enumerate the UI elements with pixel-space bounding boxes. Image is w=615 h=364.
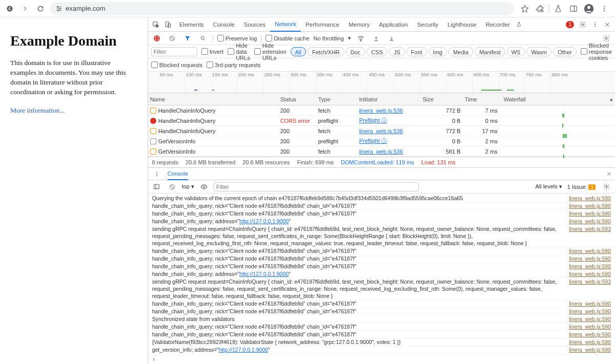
source-link[interactable]: linera_web.js:590	[564, 247, 611, 254]
type-filter-doc[interactable]: Doc	[346, 47, 365, 56]
network-row[interactable]: HandleChainInfoQueryCORS errorpreflightP…	[148, 116, 615, 126]
console-line[interactable]: handle_chain_info_query; nick="Client no…	[148, 308, 615, 315]
source-link[interactable]: linera_web.js:593	[564, 278, 611, 299]
source-link[interactable]: linera_web.js:590	[564, 323, 611, 330]
record-icon[interactable]	[151, 35, 162, 41]
more-icon[interactable]	[589, 22, 601, 28]
type-filter-font[interactable]: Font	[406, 47, 427, 56]
console-line[interactable]: Querying the validators of the current e…	[148, 195, 615, 202]
tab-lighthouse[interactable]: Lighthouse	[443, 17, 481, 32]
upload-icon[interactable]	[371, 35, 382, 41]
console-filter-input[interactable]	[214, 182, 419, 191]
network-row[interactable]: GetVersionInfo200fetchlinera_web.js:5365…	[148, 146, 615, 157]
console-line[interactable]: sending gRPC request request=ChainInfoQu…	[148, 225, 615, 247]
tab-elements[interactable]: Elements	[175, 17, 209, 32]
source-link[interactable]: linera_web.js:590	[564, 195, 611, 202]
console-context[interactable]: top ▾	[182, 183, 194, 190]
network-conditions-icon[interactable]	[355, 35, 366, 42]
filter-input[interactable]	[151, 47, 197, 56]
network-settings-icon[interactable]	[601, 35, 612, 42]
col-status[interactable]: Status	[280, 96, 318, 102]
console-issues[interactable]: 1 Issue: 1	[567, 184, 596, 190]
console-line[interactable]: handle_chain_info_query; address="http:/…	[148, 218, 615, 225]
console-line[interactable]: Synchronized state from validatorslinera…	[148, 315, 615, 323]
type-filter-fetch-xhr[interactable]: Fetch/XHR	[308, 47, 344, 56]
throttling-caret[interactable]: ▾	[348, 35, 351, 41]
console-line[interactable]: handle_chain_info_query; address="http:/…	[148, 270, 615, 278]
forward-button[interactable]	[19, 3, 31, 14]
settings-icon[interactable]	[577, 21, 588, 28]
labs-icon[interactable]	[551, 2, 565, 15]
reload-button[interactable]	[35, 3, 46, 14]
request-initiator[interactable]: linera_web.js:536	[359, 108, 423, 114]
device-icon[interactable]	[162, 21, 174, 28]
tab-application[interactable]: Application	[375, 17, 413, 32]
console-settings-icon[interactable]	[601, 183, 612, 190]
type-filter-ws[interactable]: WS	[507, 47, 525, 56]
clear-icon[interactable]	[167, 35, 178, 41]
menu-icon[interactable]	[598, 2, 611, 15]
type-filter-wasm[interactable]: Wasm	[526, 47, 551, 56]
console-sidebar-icon[interactable]	[151, 183, 162, 190]
tab-recorder[interactable]: Recorder	[481, 17, 515, 32]
console-line[interactable]: handle_chain_info_query; nick="Client no…	[148, 300, 615, 308]
source-link[interactable]: linera_web.js:590	[564, 300, 611, 307]
request-initiator[interactable]: Preflight ⓘ	[359, 137, 423, 145]
type-filter-media[interactable]: Media	[448, 47, 473, 56]
tab-memory[interactable]: Memory	[344, 17, 375, 32]
type-filter-all[interactable]: All	[291, 47, 306, 56]
col-size[interactable]: Size	[423, 96, 465, 102]
type-filter-other[interactable]: Other	[553, 47, 577, 56]
source-link[interactable]: linera_web.js:590	[564, 202, 611, 209]
col-time[interactable]: Time	[465, 96, 502, 102]
source-link[interactable]: linera_web.js:590	[564, 308, 611, 315]
col-waterfall[interactable]: Waterfall	[502, 96, 608, 102]
console-line[interactable]: handle_chain_info_query; nick="Client no…	[148, 255, 615, 263]
console-output[interactable]: Querying the validators of the current e…	[148, 194, 615, 355]
drawer-menu-icon[interactable]	[151, 171, 162, 177]
network-row[interactable]: HandleChainInfoQuery200fetchlinera_web.j…	[148, 105, 615, 116]
tab-performance[interactable]: Performance	[301, 17, 344, 32]
throttling-select[interactable]: No throttling	[314, 35, 344, 41]
col-sort-icon[interactable]: ▴	[608, 96, 615, 102]
type-filter-css[interactable]: CSS	[366, 47, 387, 56]
filter-icon[interactable]	[182, 35, 193, 41]
console-line[interactable]: {ValidatorName(f93bcc28923f4619): Valida…	[148, 338, 615, 346]
disable-cache-checkbox[interactable]: Disable cache	[265, 35, 309, 41]
sidepanel-icon[interactable]	[567, 2, 580, 15]
source-link[interactable]: linera_web.js:590	[564, 346, 611, 353]
source-link[interactable]: linera_web.js:590	[564, 338, 611, 346]
network-row[interactable]: HandleChainInfoQuery200fetchlinera_web.j…	[148, 126, 615, 136]
request-initiator[interactable]: linera_web.js:536	[359, 128, 423, 134]
type-filter-img[interactable]: Img	[428, 47, 447, 56]
search-icon[interactable]	[197, 35, 209, 41]
log-levels[interactable]: All levels ▾	[535, 183, 562, 190]
preserve-log-checkbox[interactable]: Preserve log	[217, 35, 257, 41]
col-name[interactable]: Name	[148, 96, 280, 102]
console-line[interactable]: handle_chain_info_query; nick="Client no…	[148, 247, 615, 255]
source-link[interactable]: linera_web.js:590	[564, 255, 611, 262]
network-timeline[interactable]: 50 ms100 ms150 ms200 ms250 ms300 ms350 m…	[148, 72, 615, 93]
inspect-icon[interactable]	[150, 21, 161, 28]
network-row[interactable]: GetVersionInfo200preflightPreflight ⓘ0 B…	[148, 136, 615, 146]
star-icon[interactable]	[518, 2, 531, 15]
tab-console[interactable]: Console	[209, 17, 239, 32]
source-link[interactable]: linera_web.js:590	[564, 331, 611, 338]
error-badge[interactable]: 1	[566, 21, 574, 28]
console-line[interactable]: handle_chain_info_query; nick="Client no…	[148, 210, 615, 218]
type-filter-js[interactable]: JS	[389, 47, 405, 56]
close-icon[interactable]	[602, 22, 613, 28]
invert-checkbox[interactable]: Invert	[201, 48, 224, 55]
console-line[interactable]: handle_chain_info_query; nick="Client no…	[148, 202, 615, 210]
type-filter-manifest[interactable]: Manifest	[475, 47, 505, 56]
col-initiator[interactable]: Initiator	[359, 96, 423, 102]
extensions-icon[interactable]	[534, 2, 547, 15]
third-party-checkbox[interactable]: 3rd-party requests	[207, 61, 260, 68]
blocked-requests-checkbox[interactable]: Blocked requests	[151, 61, 202, 68]
tab-console[interactable]: Console	[168, 168, 188, 180]
back-button[interactable]	[4, 3, 15, 14]
col-type[interactable]: Type	[318, 96, 359, 102]
drawer-close-icon[interactable]	[606, 171, 612, 177]
console-line[interactable]: get_version_info; address="http://127.0.…	[148, 346, 615, 354]
console-line[interactable]: handle_chain_info_query; nick="Client no…	[148, 323, 615, 331]
